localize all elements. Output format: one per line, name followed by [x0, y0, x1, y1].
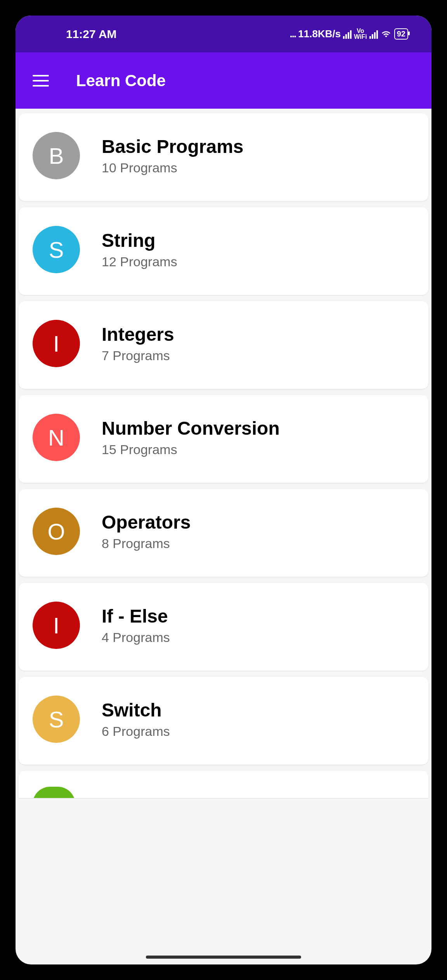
category-avatar: S — [33, 226, 80, 273]
category-text: Integers7 Programs — [102, 324, 174, 363]
category-card[interactable]: NNumber Conversion15 Programs — [19, 395, 428, 483]
category-card[interactable]: BBasic Programs10 Programs — [19, 113, 428, 201]
category-title: String — [102, 230, 177, 251]
category-title: Operators — [102, 512, 191, 533]
category-text: Operators8 Programs — [102, 512, 191, 551]
category-card[interactable]: SSwitch6 Programs — [19, 677, 428, 765]
category-title: Switch — [102, 699, 170, 721]
category-subtitle: 8 Programs — [102, 536, 191, 551]
category-card[interactable]: SString12 Programs — [19, 207, 428, 295]
app-bar: Learn Code — [16, 52, 431, 109]
category-avatar: O — [33, 508, 80, 555]
category-text: String12 Programs — [102, 230, 177, 269]
category-subtitle: 12 Programs — [102, 254, 177, 269]
category-avatar: I — [33, 320, 80, 367]
category-avatar: B — [33, 132, 80, 179]
category-card-peek[interactable] — [19, 771, 428, 798]
category-subtitle: 10 Programs — [102, 160, 244, 175]
battery-icon: 92 — [394, 28, 408, 40]
category-avatar: S — [33, 696, 80, 743]
category-title: Basic Programs — [102, 136, 244, 157]
category-card[interactable]: IIntegers7 Programs — [19, 301, 428, 389]
category-text: Number Conversion15 Programs — [102, 418, 280, 457]
category-title: Integers — [102, 324, 174, 345]
data-speed: 11.8KB/s — [298, 28, 341, 40]
home-indicator[interactable] — [146, 956, 301, 959]
category-subtitle: 7 Programs — [102, 348, 174, 363]
category-title: Number Conversion — [102, 418, 280, 439]
category-text: If - Else4 Programs — [102, 605, 170, 645]
vowifi-icon: VoWiFi — [354, 28, 367, 40]
network-dots-icon: ... — [290, 28, 296, 40]
status-icons-group: ... 11.8KB/s VoWiFi 92 — [290, 28, 408, 40]
signal-icon — [343, 29, 352, 39]
category-card[interactable]: OOperators8 Programs — [19, 489, 428, 577]
category-subtitle: 15 Programs — [102, 442, 280, 457]
category-text: Switch6 Programs — [102, 699, 170, 739]
wifi-icon — [380, 29, 392, 39]
app-title: Learn Code — [76, 71, 166, 90]
category-avatar: I — [33, 602, 80, 649]
status-bar: 11:27 AM ... 11.8KB/s VoWiFi 92 — [16, 16, 431, 52]
status-time: 11:27 AM — [66, 28, 117, 41]
category-list[interactable]: BBasic Programs10 ProgramsSString12 Prog… — [16, 109, 431, 798]
signal-icon-2 — [369, 29, 378, 39]
category-avatar — [33, 787, 75, 798]
menu-button[interactable] — [33, 75, 49, 87]
category-avatar: N — [33, 414, 80, 461]
category-text: Basic Programs10 Programs — [102, 136, 244, 175]
category-subtitle: 6 Programs — [102, 724, 170, 739]
category-subtitle: 4 Programs — [102, 630, 170, 645]
category-title: If - Else — [102, 605, 170, 627]
category-card[interactable]: IIf - Else4 Programs — [19, 583, 428, 671]
